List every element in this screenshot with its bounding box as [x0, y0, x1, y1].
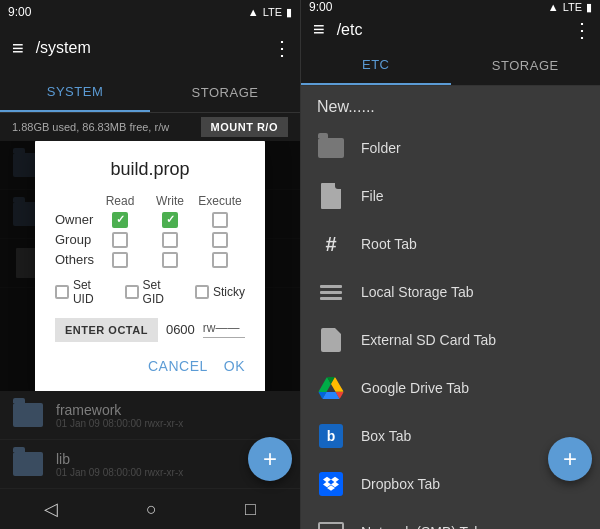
uid-row: Set UID Set GID Sticky: [55, 278, 245, 306]
menu-label-network-smb-tab: Network (SMB) Tab: [361, 524, 482, 529]
set-uid-item: Set UID: [55, 278, 115, 306]
google-drive-icon: [317, 374, 345, 402]
group-execute-checkbox[interactable]: [212, 232, 228, 248]
dialog-actions: CANCEL OK: [55, 358, 245, 374]
group-read-checkbox[interactable]: [112, 232, 128, 248]
list-item: framework 01 Jan 09 08:00:00 rwxr-xr-x: [0, 391, 300, 440]
menu-item-local-storage-tab[interactable]: Local Storage Tab: [301, 268, 600, 316]
set-gid-item: Set GID: [125, 278, 185, 306]
sd-icon: [317, 326, 345, 354]
menu-item-folder[interactable]: Folder: [301, 124, 600, 172]
left-file-list: etc 01 Jan 09 08:00:00 rwxr-xr-x fonts 0…: [0, 141, 300, 391]
sticky-item: Sticky: [195, 285, 245, 299]
sticky-checkbox[interactable]: [195, 285, 209, 299]
menu-item-google-drive-tab[interactable]: Google Drive Tab: [301, 364, 600, 412]
perm-label-owner: Owner: [55, 212, 95, 227]
left-tabs: SYSTEM STORAGE: [0, 72, 300, 113]
network-icon: [317, 518, 345, 529]
left-fab-button[interactable]: +: [248, 437, 292, 481]
menu-label-external-sd-tab: External SD Card Tab: [361, 332, 496, 348]
owner-execute-checkbox[interactable]: [212, 212, 228, 228]
right-tab-etc[interactable]: ETC: [301, 45, 451, 85]
box-icon: b: [317, 422, 345, 450]
perm-label-others: Others: [55, 252, 95, 267]
menu-header: New......: [301, 86, 600, 124]
perm-row-group: Group: [55, 232, 245, 248]
lte-label: LTE: [263, 6, 282, 18]
right-panel: 9:00 ▲ LTE ▮ ≡ /etc ⋮ ETC STORAGE event_…: [300, 0, 600, 529]
owner-read-checkbox[interactable]: [112, 212, 128, 228]
cancel-button[interactable]: CANCEL: [148, 358, 208, 374]
left-storage-text: 1.88GB used, 86.83MB free, r/w: [12, 121, 169, 133]
menu-item-network-smb-tab[interactable]: Network (SMB) Tab: [301, 508, 600, 529]
menu-label-folder: Folder: [361, 140, 401, 156]
right-fab-button[interactable]: +: [548, 437, 592, 481]
menu-label-file: File: [361, 188, 384, 204]
recents-icon[interactable]: □: [229, 491, 272, 528]
octal-value: 0600: [166, 322, 195, 337]
set-uid-label: Set UID: [73, 278, 115, 306]
back-icon[interactable]: ◁: [28, 490, 74, 528]
right-menu-icon[interactable]: ≡: [309, 14, 329, 45]
group-write-checkbox[interactable]: [162, 232, 178, 248]
mount-button[interactable]: MOUNT R/O: [201, 117, 288, 137]
others-execute-checkbox[interactable]: [212, 252, 228, 268]
right-path: /etc: [337, 21, 564, 39]
menu-label-root-tab: Root Tab: [361, 236, 417, 252]
left-menu-icon[interactable]: ≡: [8, 33, 28, 64]
left-status-bar: 9:00 ▲ LTE ▮: [0, 0, 300, 24]
home-icon[interactable]: ○: [130, 491, 173, 528]
perm-label-group: Group: [55, 232, 95, 247]
menu-label-dropbox-tab: Dropbox Tab: [361, 476, 440, 492]
file-icon: [317, 182, 345, 210]
col-write: Write: [145, 194, 195, 208]
owner-write-checkbox[interactable]: [162, 212, 178, 228]
right-signal-icon: ▲: [548, 1, 559, 13]
left-toolbar: ≡ /system ⋮: [0, 24, 300, 72]
left-nav-bar: ◁ ○ □: [0, 489, 300, 529]
left-path: /system: [36, 39, 264, 57]
perm-row-owner: Owner: [55, 212, 245, 228]
octal-rw: rw——: [203, 321, 245, 338]
left-panel: 9:00 ▲ LTE ▮ ≡ /system ⋮ SYSTEM STORAGE …: [0, 0, 300, 529]
folder-icon: [317, 134, 345, 162]
set-gid-label: Set GID: [143, 278, 185, 306]
left-status-icons: ▲ LTE ▮: [248, 6, 292, 19]
set-gid-checkbox[interactable]: [125, 285, 139, 299]
others-read-checkbox[interactable]: [112, 252, 128, 268]
enter-octal-button[interactable]: ENTER OCTAL: [55, 318, 158, 342]
menu-label-box-tab: Box Tab: [361, 428, 411, 444]
hash-icon: #: [317, 230, 345, 258]
battery-icon: ▮: [286, 6, 292, 19]
signal-icon: ▲: [248, 6, 259, 18]
dropbox-icon: [317, 470, 345, 498]
left-storage-info: 1.88GB used, 86.83MB free, r/w MOUNT R/O: [0, 113, 300, 141]
menu-item-external-sd-tab[interactable]: External SD Card Tab: [301, 316, 600, 364]
right-battery-icon: ▮: [586, 1, 592, 14]
permissions-dialog: build.prop Read Write Execute Owner: [35, 141, 265, 391]
menu-item-root-tab[interactable]: # Root Tab: [301, 220, 600, 268]
right-status-icons: ▲ LTE ▮: [548, 1, 592, 14]
col-execute: Execute: [195, 194, 245, 208]
right-status-time: 9:00: [309, 0, 332, 14]
right-toolbar: ≡ /etc ⋮: [301, 14, 600, 45]
left-more-icon[interactable]: ⋮: [272, 36, 292, 60]
set-uid-checkbox[interactable]: [55, 285, 69, 299]
perm-row-others: Others: [55, 252, 245, 268]
ok-button[interactable]: OK: [224, 358, 245, 374]
svg-rect-4: [319, 523, 343, 529]
menu-item-file[interactable]: File: [301, 172, 600, 220]
left-tab-system[interactable]: SYSTEM: [0, 72, 150, 112]
menu-label-local-storage-tab: Local Storage Tab: [361, 284, 474, 300]
right-lte-label: LTE: [563, 1, 582, 13]
left-status-time: 9:00: [8, 5, 31, 19]
perm-header: Read Write Execute: [55, 194, 245, 208]
right-status-bar: 9:00 ▲ LTE ▮: [301, 0, 600, 14]
dialog-title: build.prop: [55, 159, 245, 180]
left-tab-storage[interactable]: STORAGE: [150, 72, 300, 112]
right-tab-storage[interactable]: STORAGE: [451, 45, 601, 85]
right-more-icon[interactable]: ⋮: [572, 18, 592, 42]
right-tabs: ETC STORAGE: [301, 45, 600, 86]
col-read: Read: [95, 194, 145, 208]
others-write-checkbox[interactable]: [162, 252, 178, 268]
